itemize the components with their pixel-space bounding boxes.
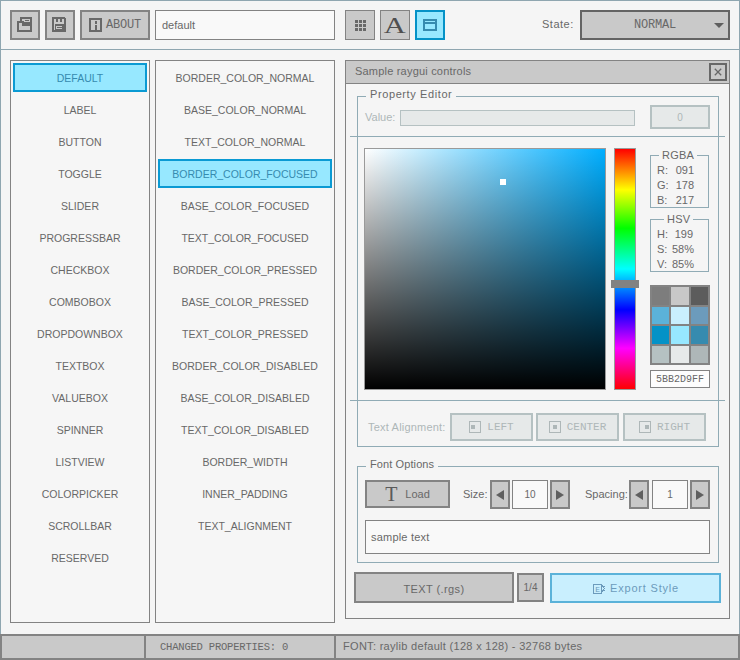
- svg-text:E: E: [595, 585, 600, 594]
